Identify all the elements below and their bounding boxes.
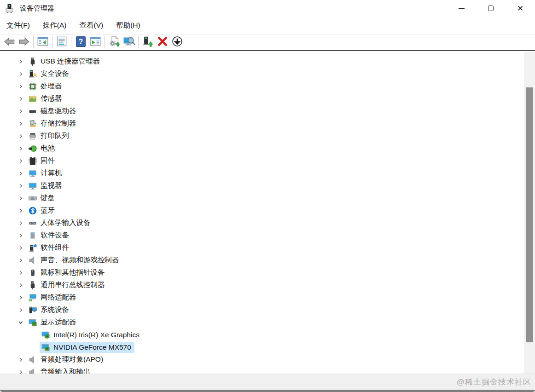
- tree-item[interactable]: 安全设备: [0, 68, 535, 80]
- chevron-right-icon[interactable]: [15, 117, 27, 130]
- tree-item[interactable]: 键盘: [0, 192, 535, 204]
- tree-item-body[interactable]: 磁盘驱动器: [27, 105, 80, 117]
- tree-item[interactable]: NVIDIA GeForce MX570: [0, 341, 535, 353]
- chevron-right-icon[interactable]: [15, 155, 27, 167]
- tree-item[interactable]: 显示适配器: [0, 316, 535, 329]
- tree-item-body[interactable]: 固件: [27, 155, 58, 167]
- chevron-right-icon[interactable]: [15, 167, 27, 179]
- tree-item-body[interactable]: 监视器: [27, 180, 65, 191]
- tree-item[interactable]: 存储控制器: [0, 117, 535, 130]
- help-button[interactable]: ?: [73, 35, 88, 49]
- tree-item-body[interactable]: 蓝牙: [27, 205, 58, 216]
- tree-item-body[interactable]: 电池: [27, 143, 58, 154]
- chevron-right-icon[interactable]: [15, 204, 27, 217]
- chevron-right-icon[interactable]: [15, 229, 27, 242]
- tree-item[interactable]: 人体学输入设备: [0, 217, 535, 229]
- tree-item-body[interactable]: 软件组件: [27, 242, 72, 254]
- menu-item-0[interactable]: 文件(F): [6, 18, 36, 33]
- chevron-right-icon[interactable]: [15, 142, 27, 155]
- chevron-right-icon[interactable]: [15, 68, 27, 80]
- tree-item-body[interactable]: 音频输入和输出: [27, 366, 94, 374]
- tree-item-label: 网络适配器: [41, 293, 76, 302]
- chevron-right-icon[interactable]: [15, 179, 27, 192]
- close-button[interactable]: ✕: [506, 0, 535, 17]
- tree-item[interactable]: 音频处理对象(APO): [0, 353, 535, 366]
- tree-item-body[interactable]: 声音、视频和游戏控制器: [27, 254, 122, 266]
- tree-item-body[interactable]: 鼠标和其他指针设备: [27, 267, 108, 278]
- tree-item[interactable]: 网络适配器: [0, 291, 535, 304]
- tree-item-label: 存储控制器: [41, 119, 76, 128]
- update-driver-button[interactable]: [140, 35, 155, 49]
- maximize-button[interactable]: [476, 0, 506, 17]
- tree-item[interactable]: Intel(R) Iris(R) Xe Graphics: [0, 329, 535, 341]
- tree-item[interactable]: 电池: [0, 142, 535, 155]
- properties-button[interactable]: [54, 35, 69, 49]
- tree-item[interactable]: 固件: [0, 155, 535, 167]
- chevron-right-icon[interactable]: [15, 266, 27, 279]
- chevron-right-icon[interactable]: [15, 254, 27, 266]
- tree-item-body[interactable]: 系统设备: [27, 304, 72, 316]
- tree-item-body[interactable]: 打印队列: [27, 130, 72, 142]
- tree-item-body[interactable]: 传感器: [27, 93, 65, 104]
- minimize-button[interactable]: [447, 0, 476, 17]
- tree-item[interactable]: 打印队列: [0, 130, 535, 142]
- tree-item-body[interactable]: 处理器: [27, 81, 65, 92]
- chevron-right-icon[interactable]: [15, 105, 27, 117]
- tree-item-body[interactable]: 通用串行总线控制器: [27, 279, 108, 291]
- tree-item-body[interactable]: 显示适配器: [27, 317, 80, 328]
- tree-item-body[interactable]: 计算机: [27, 167, 65, 179]
- action-pane-button[interactable]: [88, 35, 103, 49]
- menu-item-2[interactable]: 查看(V): [79, 18, 110, 33]
- tree-item-body[interactable]: 网络适配器: [27, 292, 80, 303]
- chevron-right-icon[interactable]: [15, 80, 27, 92]
- tree-item-body[interactable]: 安全设备: [27, 68, 72, 80]
- menu-item-1[interactable]: 操作(A): [43, 18, 73, 33]
- forward-button[interactable]: [17, 35, 31, 49]
- chevron-right-icon[interactable]: [15, 192, 27, 204]
- tree-item[interactable]: 通用串行总线控制器: [0, 279, 535, 291]
- tree-item[interactable]: 音频输入和输出: [0, 366, 535, 374]
- scan-hardware-button[interactable]: [107, 35, 122, 49]
- chevron-right-icon[interactable]: [15, 217, 27, 229]
- tree-item[interactable]: 传感器: [0, 92, 535, 105]
- back-button[interactable]: [2, 35, 17, 49]
- chevron-right-icon[interactable]: [15, 92, 27, 105]
- tree-item[interactable]: 蓝牙: [0, 204, 535, 217]
- tree-item-body[interactable]: 音频处理对象(APO): [27, 354, 106, 365]
- chevron-right-icon[interactable]: [15, 304, 27, 316]
- tree-item[interactable]: 系统设备: [0, 304, 535, 316]
- tree-item-label: 音频处理对象(APO): [41, 355, 103, 364]
- chevron-down-icon[interactable]: [15, 316, 27, 329]
- tree-item[interactable]: 处理器: [0, 80, 535, 92]
- tree-item[interactable]: USB 连接器管理器: [0, 55, 535, 68]
- tree-item-body[interactable]: 软件设备: [27, 230, 72, 241]
- disable-button[interactable]: [170, 35, 185, 49]
- tree-item[interactable]: 软件组件: [0, 242, 535, 254]
- tree-item-selected-body[interactable]: NVIDIA GeForce MX570: [40, 342, 134, 353]
- uninstall-button[interactable]: [155, 35, 170, 49]
- tree-item-body[interactable]: Intel(R) Iris(R) Xe Graphics: [40, 329, 143, 340]
- chevron-right-icon[interactable]: [15, 130, 27, 142]
- tree-item[interactable]: 软件设备: [0, 229, 535, 242]
- tree-item-body[interactable]: 键盘: [27, 192, 58, 204]
- tree-item[interactable]: 监视器: [0, 179, 535, 192]
- tree-item-label: 监视器: [41, 181, 62, 190]
- tree-item[interactable]: 磁盘驱动器: [0, 105, 535, 117]
- chevron-right-icon[interactable]: [15, 366, 27, 374]
- scrollbar-thumb[interactable]: [526, 87, 533, 342]
- tree-item-body[interactable]: USB 连接器管理器: [27, 56, 103, 67]
- menu-item-3[interactable]: 帮助(H): [116, 18, 147, 33]
- chevron-right-icon[interactable]: [15, 353, 27, 366]
- chevron-right-icon[interactable]: [15, 291, 27, 304]
- chevron-right-icon[interactable]: [15, 242, 27, 254]
- chevron-right-icon[interactable]: [15, 279, 27, 291]
- tree-item-body[interactable]: 人体学输入设备: [27, 217, 94, 229]
- search-computer-button[interactable]: [122, 35, 136, 49]
- tree-item[interactable]: 计算机: [0, 167, 535, 179]
- tree-item-body[interactable]: 存储控制器: [27, 118, 80, 129]
- tree-item[interactable]: 声音、视频和游戏控制器: [0, 254, 535, 266]
- chevron-right-icon[interactable]: [15, 55, 27, 68]
- console-tree-button[interactable]: [35, 35, 50, 49]
- tree-item[interactable]: 鼠标和其他指针设备: [0, 266, 535, 279]
- vertical-scrollbar[interactable]: [524, 52, 535, 374]
